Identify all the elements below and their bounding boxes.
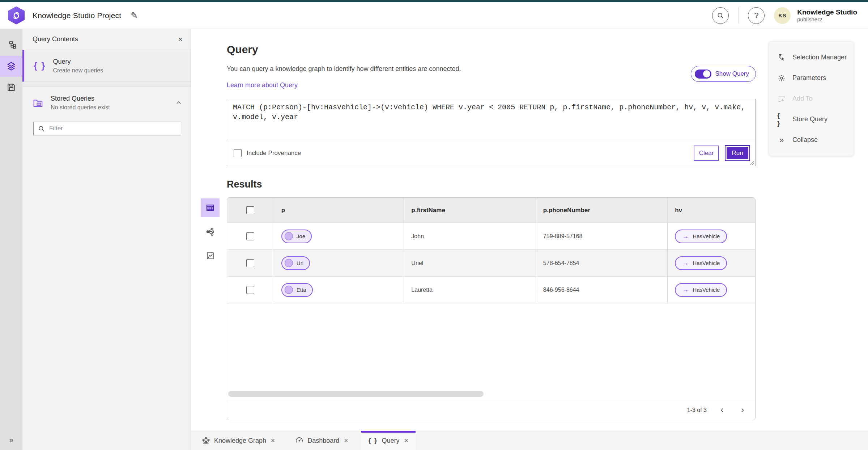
edge-chip-label: HasVehicle bbox=[693, 287, 720, 293]
query-editor[interactable]: MATCH (p:Person)-[hv:HasVehicle]->(v:Veh… bbox=[227, 99, 755, 140]
show-query-label: Show Query bbox=[715, 70, 749, 77]
help-button[interactable]: ? bbox=[748, 7, 765, 24]
close-tab-icon[interactable]: × bbox=[271, 437, 275, 445]
rail-item-layers[interactable] bbox=[0, 56, 22, 77]
select-all-checkbox[interactable] bbox=[246, 206, 254, 214]
query-item[interactable]: { } Query Create new queries bbox=[22, 50, 191, 82]
add-to-label: Add To bbox=[792, 95, 813, 102]
left-rail: » bbox=[0, 29, 22, 450]
add-to-icon bbox=[778, 95, 786, 103]
node-icon bbox=[285, 259, 293, 267]
node-chip-label: Etta bbox=[297, 287, 306, 293]
learn-more-link[interactable]: Learn more about Query bbox=[227, 81, 298, 89]
stored-queries-item[interactable]: Stored Queries No stored queries exist bbox=[22, 87, 191, 119]
query-editor-footer: Include Provenance Clear Run bbox=[227, 140, 755, 166]
row-checkbox[interactable] bbox=[246, 286, 254, 294]
table-row: Uri Uriel 578-654-7854 → HasVehicle bbox=[227, 250, 755, 277]
node-chip[interactable]: Etta bbox=[281, 283, 313, 297]
cell-firstname: Uriel bbox=[411, 260, 423, 266]
query-actions-panel: Selection Manager Parameters bbox=[769, 42, 854, 156]
edit-project-name-icon[interactable]: ✎ bbox=[131, 10, 138, 21]
table-view-button[interactable] bbox=[201, 198, 220, 217]
results-view-toolbar bbox=[201, 198, 220, 265]
close-tab-icon[interactable]: × bbox=[404, 437, 408, 445]
horizontal-scrollbar[interactable] bbox=[228, 391, 484, 397]
show-query-toggle[interactable]: Show Query bbox=[691, 66, 756, 82]
resize-handle-icon[interactable] bbox=[750, 161, 754, 165]
arrow-right-icon: → bbox=[682, 259, 689, 267]
edge-chip-label: HasVehicle bbox=[693, 260, 720, 266]
panel-title: Query Contents bbox=[33, 35, 178, 43]
store-query-label: Store Query bbox=[792, 115, 827, 123]
node-chip[interactable]: Uri bbox=[281, 256, 310, 270]
cell-phonenumber: 846-956-8644 bbox=[543, 287, 579, 293]
collapse-item[interactable]: » Collapse bbox=[769, 130, 854, 150]
column-header-hv: hv bbox=[675, 207, 682, 214]
table-row: Etta Lauretta 846-956-8644 → HasVehicle bbox=[227, 277, 755, 303]
arrow-right-icon: → bbox=[682, 286, 689, 294]
close-panel-icon[interactable]: × bbox=[178, 35, 183, 43]
rail-item-hierarchy[interactable] bbox=[0, 35, 22, 56]
edge-chip[interactable]: → HasVehicle bbox=[675, 256, 727, 270]
edge-chip-label: HasVehicle bbox=[693, 233, 720, 239]
cell-firstname: John bbox=[411, 233, 424, 240]
save-icon bbox=[7, 83, 16, 92]
tab-query[interactable]: { } Query × bbox=[361, 431, 415, 450]
main-area: Query You can query a knowledge graph to… bbox=[191, 29, 868, 450]
tab-label: Query bbox=[382, 437, 399, 445]
search-button[interactable] bbox=[712, 7, 729, 24]
dashboard-icon bbox=[295, 437, 303, 445]
results-title: Results bbox=[227, 179, 262, 190]
graph-icon bbox=[205, 227, 215, 236]
braces-icon: { } bbox=[34, 60, 46, 71]
table-row: Joe John 759-889-57168 → HasVehicle bbox=[227, 223, 755, 250]
tab-label: Knowledge Graph bbox=[214, 437, 266, 445]
graph-view-button[interactable] bbox=[201, 222, 220, 241]
chart-icon bbox=[206, 251, 215, 260]
panel-gap bbox=[22, 82, 191, 87]
rail-item-save[interactable] bbox=[0, 77, 22, 98]
selection-manager-item[interactable]: Selection Manager bbox=[769, 47, 854, 68]
parameters-item[interactable]: Parameters bbox=[769, 68, 854, 88]
edge-chip[interactable]: → HasVehicle bbox=[675, 283, 727, 297]
parameters-label: Parameters bbox=[792, 74, 826, 82]
avatar[interactable]: KS bbox=[774, 7, 791, 24]
node-chip-label: Joe bbox=[297, 233, 305, 239]
page-title: Query bbox=[227, 43, 258, 56]
previous-page-button[interactable] bbox=[718, 405, 727, 415]
stored-queries-subtitle: No stored queries exist bbox=[51, 104, 110, 111]
results-table-card: p p.firstName p.phoneNumber hv Joe John … bbox=[227, 197, 756, 420]
clear-button[interactable]: Clear bbox=[694, 146, 719, 161]
include-provenance-checkbox[interactable] bbox=[234, 149, 242, 157]
close-tab-icon[interactable]: × bbox=[344, 437, 348, 445]
row-checkbox[interactable] bbox=[246, 232, 254, 240]
main-content: Query You can query a knowledge graph to… bbox=[191, 29, 868, 431]
collapse-section-icon[interactable] bbox=[175, 100, 182, 106]
column-header-p: p bbox=[281, 207, 285, 214]
project-title: Knowledge Studio Project bbox=[33, 11, 121, 20]
page-description: You can query a knowledge graph to ident… bbox=[227, 65, 461, 73]
node-icon bbox=[285, 232, 293, 240]
node-chip[interactable]: Joe bbox=[281, 230, 312, 243]
tab-dashboard[interactable]: Dashboard × bbox=[288, 431, 355, 450]
tab-knowledge-graph[interactable]: Knowledge Graph × bbox=[195, 431, 282, 450]
include-provenance-label: Include Provenance bbox=[247, 150, 301, 157]
filter-input[interactable] bbox=[49, 125, 176, 132]
next-page-button[interactable] bbox=[738, 405, 747, 415]
edge-chip[interactable]: → HasVehicle bbox=[675, 230, 727, 243]
help-icon: ? bbox=[754, 11, 758, 20]
row-checkbox[interactable] bbox=[246, 259, 254, 267]
query-item-title: Query bbox=[53, 58, 103, 66]
node-chip-label: Uri bbox=[297, 260, 303, 266]
run-button[interactable]: Run bbox=[725, 145, 750, 161]
store-query-item[interactable]: { } Store Query bbox=[769, 109, 854, 130]
search-icon bbox=[717, 12, 724, 19]
braces-icon: { } bbox=[777, 112, 786, 127]
column-header-phonenumber: p.phoneNumber bbox=[543, 207, 590, 214]
toggle-on-icon bbox=[695, 70, 711, 79]
header-divider bbox=[738, 7, 739, 24]
table-pagination: 1-3 of 3 bbox=[227, 400, 755, 420]
query-editor-card: MATCH (p:Person)-[hv:HasVehicle]->(v:Veh… bbox=[227, 99, 756, 166]
expand-rail-icon[interactable]: » bbox=[0, 436, 22, 445]
chart-view-button[interactable] bbox=[201, 246, 220, 265]
